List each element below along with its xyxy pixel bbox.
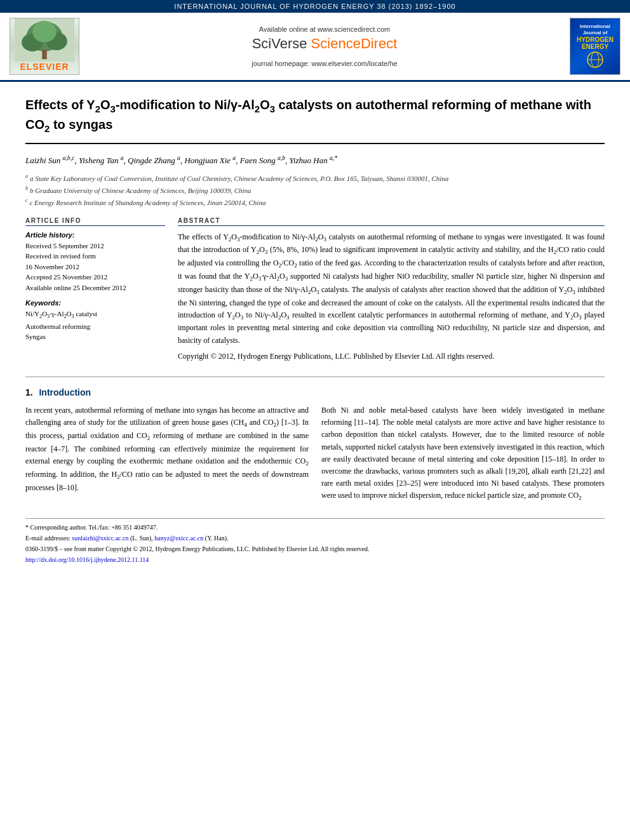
journal-logo-box: InternationalJournal of HYDROGENENERGY — [570, 18, 620, 75]
section-heading: 1. Introduction — [25, 387, 605, 398]
section-title: Introduction — [39, 387, 91, 397]
affiliation-3: c c Energy Research Institute of Shandon… — [25, 197, 605, 208]
doi-note: http://dx.doi.org/10.1016/j.ijhydene.201… — [25, 555, 605, 564]
article-affiliations: a a State Key Laboratory of Coal Convers… — [25, 173, 605, 208]
keywords-heading: Keywords: — [25, 299, 165, 307]
sciverse-sci-text: SciVerse — [252, 36, 311, 51]
keyword-3: Syngas — [25, 331, 165, 342]
journal-header-bar: INTERNATIONAL JOURNAL OF HYDROGEN ENERGY… — [0, 0, 630, 13]
journal-homepage-text: journal homepage: www.elsevier.com/locat… — [251, 60, 397, 67]
elsevier-image: ELSEVIER — [10, 18, 79, 75]
journal-logo-section: InternationalJournal of HYDROGENENERGY — [566, 18, 624, 75]
keyword-1: Ni/Y2O3·γ-Al2O3 catalyst — [25, 309, 165, 321]
journal-title-bar: INTERNATIONAL JOURNAL OF HYDROGEN ENERGY… — [174, 3, 455, 10]
journal-logo-title: HYDROGENENERGY — [577, 36, 613, 50]
intro-right-column: Both Ni and noble metal-based catalysts … — [321, 404, 605, 508]
received-revised-label: Received in revised form — [25, 251, 165, 262]
article-info-column: ARTICLE INFO Article history: Received 5… — [25, 217, 165, 366]
email-link-1[interactable]: sunlaizhi@sxicc.ac.cn — [72, 535, 128, 542]
sciverse-direct-text: ScienceDirect — [311, 36, 398, 51]
article-title: Effects of Y2O3-modification to Ni/γ-Al2… — [25, 96, 605, 144]
elsevier-tree-image — [13, 18, 76, 62]
available-online-date: Available online 25 December 2012 — [25, 283, 165, 293]
abstract-copyright: Copyright © 2012, Hydrogen Energy Public… — [178, 350, 605, 363]
introduction-section: 1. Introduction In recent years, autothe… — [25, 387, 605, 508]
elsevier-brand-text: ELSEVIER — [20, 62, 69, 72]
journal-logo-graphic — [582, 50, 608, 69]
sciverse-logo: SciVerse ScienceDirect — [252, 36, 398, 52]
received-date: Received 5 September 2012 — [25, 241, 165, 251]
article-info-label: ARTICLE INFO — [25, 217, 165, 226]
footer-notes: * Corresponding author. Tel./fax: +86 35… — [25, 518, 605, 564]
received-revised-date: 16 November 2012 — [25, 262, 165, 272]
journal-logo-line1: InternationalJournal of — [580, 23, 610, 37]
intro-left-paragraph: In recent years, autothermal reforming o… — [25, 404, 309, 494]
abstract-column: ABSTRACT The effects of Y2O3-modificatio… — [178, 217, 605, 366]
abstract-text: The effects of Y2O3-modification to Ni/γ… — [178, 231, 605, 363]
affiliation-2: b b Graduate University of Chinese Acade… — [25, 185, 605, 196]
introduction-text-columns: In recent years, autothermal reforming o… — [25, 404, 605, 508]
corresponding-author-note: * Corresponding author. Tel./fax: +86 35… — [25, 523, 605, 532]
intro-left-column: In recent years, autothermal reforming o… — [25, 404, 309, 508]
svg-rect-4 — [42, 50, 47, 59]
article-info-abstract: ARTICLE INFO Article history: Received 5… — [25, 217, 605, 366]
history-heading: Article history: — [25, 231, 165, 239]
section-number: 1. — [25, 387, 33, 397]
available-online-text: Available online at www.sciencedirect.co… — [259, 25, 390, 33]
affiliation-1: a a State Key Laboratory of Coal Convers… — [25, 173, 605, 183]
keywords-section: Keywords: Ni/Y2O3·γ-Al2O3 catalyst Autot… — [25, 299, 165, 342]
abstract-label: ABSTRACT — [178, 217, 605, 226]
keyword-2: Autothermal reforming — [25, 321, 165, 332]
elsevier-logo-section: ELSEVIER — [6, 18, 83, 75]
issn-note: 0360-3199/$ – see front matter Copyright… — [25, 544, 605, 554]
accepted-date: Accepted 25 November 2012 — [25, 272, 165, 283]
intro-right-paragraph: Both Ni and noble metal-based catalysts … — [321, 404, 605, 503]
section-divider — [25, 377, 605, 377]
article-content: Effects of Y2O3-modification to Ni/γ-Al2… — [0, 82, 630, 572]
article-history: Article history: Received 5 September 20… — [25, 231, 165, 293]
journal-center-header: Available online at www.sciencedirect.co… — [89, 18, 560, 75]
article-authors: Laizhi Sun a,b,c, Yisheng Tan a, Qingde … — [25, 153, 605, 168]
email-link-2[interactable]: hanyz@sxicc.ac.cn — [154, 535, 203, 542]
doi-link[interactable]: http://dx.doi.org/10.1016/j.ijhydene.201… — [25, 556, 149, 563]
journal-header: ELSEVIER Available online at www.science… — [0, 13, 630, 82]
abstract-paragraph: The effects of Y2O3-modification to Ni/γ… — [178, 231, 605, 347]
svg-point-5 — [32, 21, 57, 43]
email-note: E-mail addresses: sunlaizhi@sxicc.ac.cn … — [25, 533, 605, 543]
